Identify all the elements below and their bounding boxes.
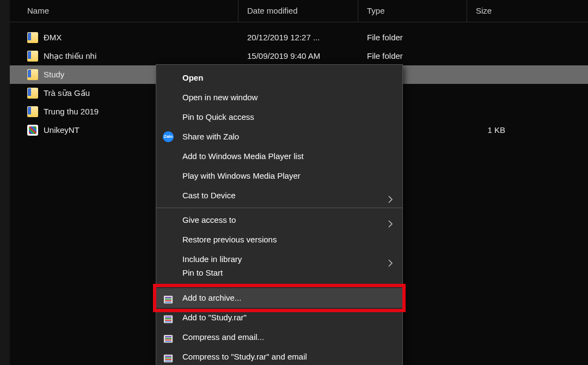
menu-item-label: Include in library [182,254,242,264]
menu-item-give-access-to[interactable]: Give access to [156,210,402,230]
file-name-label: Nhạc thiếu nhi [44,47,96,65]
menu-item-label: Restore previous versions [182,235,277,244]
file-name-label: Trung thu 2019 [44,102,99,121]
menu-item-label: Cast to Device [182,191,236,200]
menu-separator [156,285,402,286]
file-size [467,84,505,102]
file-size [467,28,505,47]
menu-item-play-with-windows-media-player[interactable]: Play with Windows Media Player [156,166,402,186]
rar-icon [163,312,174,323]
file-size [467,65,505,84]
menu-item-label: Open in new window [182,93,258,102]
folder-icon [27,88,38,99]
file-name-label: Trà sữa Gấu [44,84,90,102]
menu-item-label: Add to Windows Media Player list [182,151,304,161]
menu-item-label: Compress to "Study.rar" and email [182,352,307,361]
menu-item-compress-and-email[interactable]: Compress and email... [156,327,402,347]
menu-separator [156,208,402,208]
col-header-type[interactable]: Type [358,0,467,22]
file-type: File folder [367,28,467,47]
folder-icon [27,106,38,117]
menu-item-label: Give access to [182,215,236,224]
menu-item-label: Pin to Quick access [182,112,254,121]
menu-item-pin-to-start[interactable]: Pin to Start [156,269,402,283]
menu-item-add-to-archive[interactable]: Add to archive... [156,288,402,308]
menu-item-label: Add to "Study.rar" [182,313,247,322]
menu-item-add-to-windows-media-player-list[interactable]: Add to Windows Media Player list [156,147,402,166]
menu-item-label: Compress and email... [182,332,264,342]
file-date: 15/09/2019 9:40 AM [247,47,358,65]
rar-icon [163,351,174,362]
folder-icon [27,32,38,43]
file-row-nh-c-thi-u-nhi[interactable]: Nhạc thiếu nhi15/09/2019 9:40 AMFile fol… [10,47,588,65]
folder-icon [27,51,38,62]
file-name-label: UnikeyNT [44,121,79,139]
folder-icon [27,69,38,80]
menu-item-label: Pin to Start [182,268,223,277]
menu-item-include-in-library[interactable]: Include in library [156,250,402,269]
menu-item-restore-previous-versions[interactable]: Restore previous versions [156,230,402,250]
menu-item-compress-to-study-rar-and-email[interactable]: Compress to "Study.rar" and email [156,347,402,365]
context-menu: OpenOpen in new windowPin to Quick acces… [156,64,403,365]
unikey-icon [27,125,38,136]
file-size [467,47,505,65]
col-header-size[interactable]: Size [467,0,577,22]
chevron-right-icon [386,216,395,224]
file-name-label: ĐMX [44,28,62,47]
menu-item-open[interactable]: Open [156,68,402,88]
menu-item-cast-to-device[interactable]: Cast to Device [156,186,402,205]
menu-item-label: Play with Windows Media Player [182,171,301,180]
file-size [467,102,505,121]
col-header-date[interactable]: Date modified [238,0,358,22]
menu-item-open-in-new-window[interactable]: Open in new window [156,88,402,107]
menu-item-add-to-study-rar[interactable]: Add to "Study.rar" [156,308,402,327]
menu-item-pin-to-quick-access[interactable]: Pin to Quick access [156,107,402,127]
file-type: File folder [367,47,467,65]
left-panel-edge [0,0,10,365]
column-headers: Name Date modified Type Size [10,0,588,22]
menu-item-label: Add to archive... [182,293,241,302]
file-row--mx[interactable]: ĐMX20/12/2019 12:27 ...File folder [10,28,588,47]
file-date: 20/12/2019 12:27 ... [247,28,358,47]
menu-item-label: Open [182,73,203,82]
file-size: 1 KB [467,121,505,139]
menu-item-share-with-zalo[interactable]: ZaloShare with Zalo [156,127,402,147]
rar-icon [163,332,174,343]
col-header-name[interactable]: Name [10,0,238,22]
chevron-right-icon [386,255,395,264]
menu-item-label: Share with Zalo [182,132,239,141]
file-name-label: Study [44,65,64,84]
zalo-icon: Zalo [163,131,174,142]
file-explorer: Name Date modified Type Size ĐMX20/12/20… [0,0,588,365]
rar-icon [163,293,174,303]
chevron-right-icon [386,191,395,200]
